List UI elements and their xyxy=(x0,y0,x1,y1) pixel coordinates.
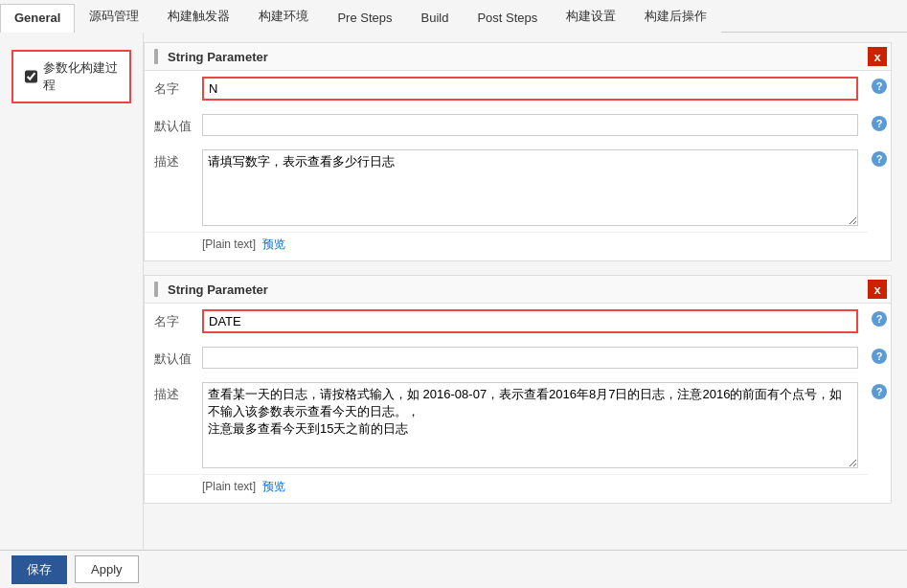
param-2-name-outer: 名字 ? xyxy=(145,304,891,339)
param-2-default-row: 默认值 xyxy=(145,341,868,374)
param-block-1: String Parameter x 名字 ? xyxy=(144,42,892,261)
footer: 保存 Apply xyxy=(0,550,907,588)
param-block-2: String Parameter x 名字 ? xyxy=(144,275,892,504)
delete-param-1-button[interactable]: x xyxy=(868,47,887,66)
tab-presteps[interactable]: Pre Steps xyxy=(323,4,406,33)
param-1-default-outer: 默认值 ? xyxy=(145,108,891,142)
param-1-desc-help-icon[interactable]: ? xyxy=(872,151,887,167)
param-block-1-title: String Parameter xyxy=(168,50,268,64)
param-2-default-help-icon[interactable]: ? xyxy=(872,349,887,364)
param-1-preview-link[interactable]: 预览 xyxy=(262,237,285,251)
param-2-preview-link[interactable]: 预览 xyxy=(262,480,285,493)
param-2-name-label: 名字 xyxy=(154,309,202,330)
param-2-name-input[interactable] xyxy=(202,309,858,333)
param-2-desc-input[interactable]: 查看某一天的日志，请按格式输入，如 2016-08-07，表示查看2016年8月… xyxy=(202,382,858,468)
param-block-1-header: String Parameter xyxy=(145,43,891,71)
param-1-name-outer: 名字 ? xyxy=(145,71,891,106)
tab-poststeps[interactable]: Post Steps xyxy=(463,4,552,33)
tab-env[interactable]: 构建环境 xyxy=(244,1,323,33)
param-1-plain-text: [Plain text] xyxy=(202,237,256,251)
param-2-desc-label: 描述 xyxy=(154,382,202,403)
param-1-desc-label: 描述 xyxy=(154,149,202,170)
param-1-plain-text-row: [Plain text] 预览 xyxy=(145,233,868,259)
param-2-desc-row: 描述 查看某一天的日志，请按格式输入，如 2016-08-07，表示查看2016… xyxy=(145,376,868,475)
param-1-name-row: 名字 xyxy=(145,71,868,106)
param-block-2-header: String Parameter xyxy=(145,276,891,304)
tab-triggers[interactable]: 构建触发器 xyxy=(153,1,244,33)
param-1-default-input[interactable] xyxy=(202,114,858,136)
param-1-default-row: 默认值 xyxy=(145,108,868,142)
tab-postbuild[interactable]: 构建后操作 xyxy=(630,1,721,33)
param-2-name-help-icon[interactable]: ? xyxy=(872,311,887,327)
param-1-desc-input[interactable]: 请填写数字，表示查看多少行日志 xyxy=(202,149,858,226)
sidebar: 参数化构建过程 xyxy=(0,33,144,550)
delete-param-2-button[interactable]: x xyxy=(868,280,887,299)
param-block-1-row: String Parameter x 名字 ? xyxy=(144,42,897,273)
param-1-name-label: 名字 xyxy=(154,77,202,98)
main-content: 参数化构建过程 String Parameter x 名字 xyxy=(0,33,907,550)
param-1-default-help-icon[interactable]: ? xyxy=(872,116,887,131)
param-2-default-input[interactable] xyxy=(202,347,858,369)
parameterize-checkbox-row: 参数化构建过程 xyxy=(11,50,131,103)
tab-build[interactable]: Build xyxy=(407,4,464,33)
apply-button[interactable]: Apply xyxy=(75,555,139,583)
right-panel: String Parameter x 名字 ? xyxy=(144,33,907,550)
param-2-desc-help-icon[interactable]: ? xyxy=(872,384,887,399)
param-1-desc-outer: 描述 请填写数字，表示查看多少行日志 [Plain text] 预览 ? xyxy=(145,144,891,259)
param-2-default-label: 默认值 xyxy=(154,347,202,368)
param-2-desc-outer: 描述 查看某一天的日志，请按格式输入，如 2016-08-07，表示查看2016… xyxy=(145,376,891,501)
param-1-name-input[interactable] xyxy=(202,77,858,101)
param-2-default-outer: 默认值 ? xyxy=(145,341,891,374)
param-block-1-area: String Parameter x 名字 ? xyxy=(144,42,897,273)
param-2-plain-text: [Plain text] xyxy=(202,480,256,493)
tab-bar: General源码管理构建触发器构建环境Pre StepsBuildPost S… xyxy=(0,0,907,33)
tab-general[interactable]: General xyxy=(0,4,75,33)
param-2-name-row: 名字 xyxy=(145,304,868,339)
param-block-2-row: String Parameter x 名字 ? xyxy=(144,275,897,515)
tab-source[interactable]: 源码管理 xyxy=(75,1,153,33)
param-1-desc-row: 描述 请填写数字，表示查看多少行日志 xyxy=(145,144,868,233)
save-button[interactable]: 保存 xyxy=(11,555,67,584)
param-2-plain-text-row: [Plain text] 预览 xyxy=(145,475,868,501)
tab-settings[interactable]: 构建设置 xyxy=(552,1,630,33)
param-1-name-help-icon[interactable]: ? xyxy=(872,79,887,94)
param-block-2-area: String Parameter x 名字 ? xyxy=(144,275,897,515)
param-1-default-label: 默认值 xyxy=(154,114,202,135)
parameterize-label: 参数化构建过程 xyxy=(43,59,118,94)
param-block-2-title: String Parameter xyxy=(168,283,268,297)
parameterize-checkbox[interactable] xyxy=(25,70,37,83)
